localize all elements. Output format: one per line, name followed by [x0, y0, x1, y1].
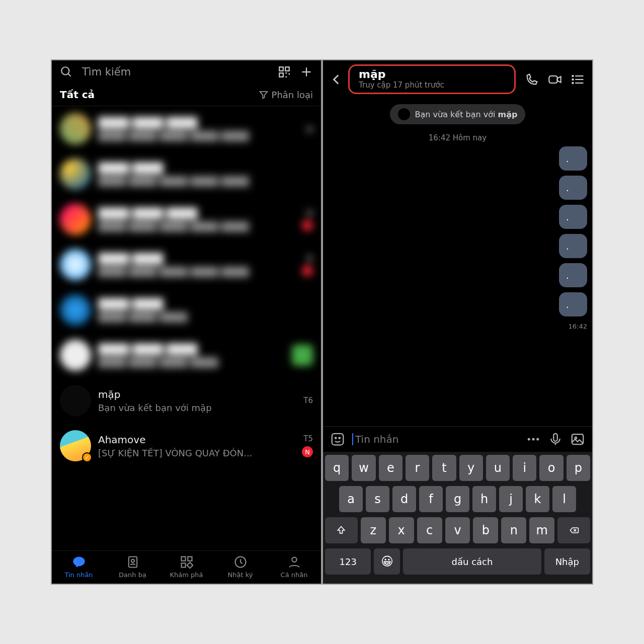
key-m[interactable]: m	[529, 517, 554, 543]
avatar	[60, 385, 91, 416]
message-input[interactable]: Tin nhắn	[352, 433, 519, 445]
list-item[interactable]: ████ ████ ████████ ████ ████ ████ ████●	[52, 106, 321, 151]
more-icon[interactable]	[526, 432, 541, 447]
svg-rect-29	[553, 434, 557, 441]
chat-header: mặp Truy cập 17 phút trước	[323, 60, 592, 99]
key-j[interactable]: j	[499, 486, 523, 512]
svg-rect-10	[181, 557, 185, 561]
key-123[interactable]: 123	[325, 548, 371, 575]
key-p[interactable]: p	[567, 455, 590, 481]
svg-point-0	[61, 67, 69, 74]
svg-rect-12	[181, 563, 185, 567]
list-item-map[interactable]: mặpBạn vừa kết bạn với mặp T6	[52, 378, 321, 423]
item-time: T5	[303, 434, 313, 443]
filter-icon	[259, 90, 269, 100]
key-h[interactable]: h	[472, 486, 496, 512]
message-bubble[interactable]: .	[559, 263, 587, 287]
avatar: ✓	[60, 430, 91, 461]
left-pane: Tìm kiếm Tất cả Phân loại ████ ████ ████…	[52, 60, 321, 584]
sticker-icon[interactable]	[330, 432, 345, 447]
svg-rect-13	[187, 562, 193, 569]
bottom-nav: Tin nhắn Danh bạ Khám phá Nhật ký Cá nhâ…	[52, 550, 321, 584]
list-item[interactable]: ████ ████████ ████ ████ ████ ████●	[52, 242, 321, 287]
key-s[interactable]: s	[366, 486, 389, 512]
list-item[interactable]: ████ ████████ ████ ████	[52, 287, 321, 333]
key-shift[interactable]	[325, 517, 358, 543]
key-z[interactable]: z	[361, 517, 386, 543]
list-item-ahamove[interactable]: ✓ Ahamove[SỰ KIỆN TẾT] VÒNG QUAY ĐÓN... …	[52, 423, 321, 468]
message-list[interactable]: . . . . . . 16:42	[323, 146, 592, 426]
key-u[interactable]: u	[486, 455, 510, 481]
key-l[interactable]: l	[552, 486, 576, 512]
tab-bar: Tất cả Phân loại	[52, 84, 321, 106]
key-k[interactable]: k	[526, 486, 549, 512]
key-a[interactable]: a	[339, 486, 363, 512]
svg-point-21	[572, 78, 573, 79]
list-item[interactable]: ████ ████████ ████ ████ ████ ████	[52, 151, 321, 197]
key-i[interactable]: i	[513, 455, 536, 481]
key-v[interactable]: v	[445, 517, 470, 543]
video-icon[interactable]	[548, 72, 562, 87]
message-bubble[interactable]: .	[559, 234, 587, 258]
tab-all[interactable]: Tất cả	[60, 89, 259, 101]
key-o[interactable]: o	[539, 455, 563, 481]
key-g[interactable]: g	[446, 486, 469, 512]
add-icon[interactable]	[300, 65, 313, 78]
list-item[interactable]: ████ ████ ████████ ████ ████ ████	[52, 333, 321, 378]
svg-point-15	[292, 557, 296, 562]
key-e[interactable]: e	[379, 455, 403, 481]
list-item[interactable]: ████ ████ ████████ ████ ████ ████ ████●	[52, 197, 321, 242]
nav-messages[interactable]: Tin nhắn	[52, 555, 106, 579]
keyboard: qwertyuiop asdfghjkl zxcvbnm 123 😀 dấu c…	[323, 452, 592, 584]
key-f[interactable]: f	[419, 486, 443, 512]
item-name: mặp	[98, 388, 296, 400]
message-bubble[interactable]: .	[559, 292, 587, 316]
svg-point-27	[532, 438, 535, 441]
menu-icon[interactable]	[571, 72, 585, 87]
mic-icon[interactable]	[548, 432, 563, 447]
message-bubble[interactable]: .	[559, 205, 587, 229]
key-t[interactable]: t	[432, 455, 456, 481]
chat-timestamp: 16:42 Hôm nay	[323, 133, 592, 142]
item-time: T6	[303, 396, 313, 405]
chat-title-box[interactable]: mặp Truy cập 17 phút trước	[348, 64, 516, 94]
chat-title: mặp	[359, 68, 505, 80]
key-x[interactable]: x	[389, 517, 414, 543]
key-d[interactable]: d	[392, 486, 416, 512]
svg-point-22	[572, 82, 573, 83]
filter-label: Phân loại	[272, 90, 313, 100]
svg-rect-11	[188, 557, 192, 561]
message-bubble[interactable]: .	[559, 146, 587, 171]
chat-subtitle: Truy cập 17 phút trước	[359, 80, 505, 90]
image-icon[interactable]	[570, 432, 585, 447]
key-y[interactable]: y	[459, 455, 483, 481]
key-c[interactable]: c	[417, 517, 442, 543]
key-r[interactable]: r	[406, 455, 429, 481]
key-backspace[interactable]	[557, 517, 590, 543]
key-b[interactable]: b	[473, 517, 498, 543]
nav-me[interactable]: Cá nhân	[267, 555, 321, 579]
key-enter[interactable]: Nhập	[544, 548, 590, 575]
svg-point-26	[528, 438, 530, 441]
back-icon[interactable]	[330, 73, 343, 86]
key-space[interactable]: dấu cách	[403, 548, 541, 575]
svg-point-9	[131, 559, 134, 562]
conversation-list[interactable]: ████ ████ ████████ ████ ████ ████ ████● …	[52, 106, 321, 550]
svg-rect-30	[572, 434, 584, 444]
filter-button[interactable]: Phân loại	[259, 90, 313, 100]
search-icon[interactable]	[60, 65, 73, 78]
search-input[interactable]: Tìm kiếm	[82, 66, 269, 78]
nav-discover[interactable]: Khám phá	[159, 555, 213, 579]
key-q[interactable]: q	[325, 455, 349, 481]
key-emoji[interactable]: 😀	[374, 548, 400, 575]
nav-contacts[interactable]: Danh bạ	[106, 555, 159, 579]
message-bubble[interactable]: .	[559, 176, 587, 200]
nav-timeline[interactable]: Nhật ký	[213, 555, 267, 579]
key-n[interactable]: n	[501, 517, 526, 543]
svg-rect-3	[285, 67, 289, 71]
key-w[interactable]: w	[352, 455, 375, 481]
qr-icon[interactable]	[278, 65, 291, 78]
svg-point-20	[572, 75, 573, 76]
svg-rect-23	[332, 434, 344, 445]
call-icon[interactable]	[525, 72, 539, 87]
